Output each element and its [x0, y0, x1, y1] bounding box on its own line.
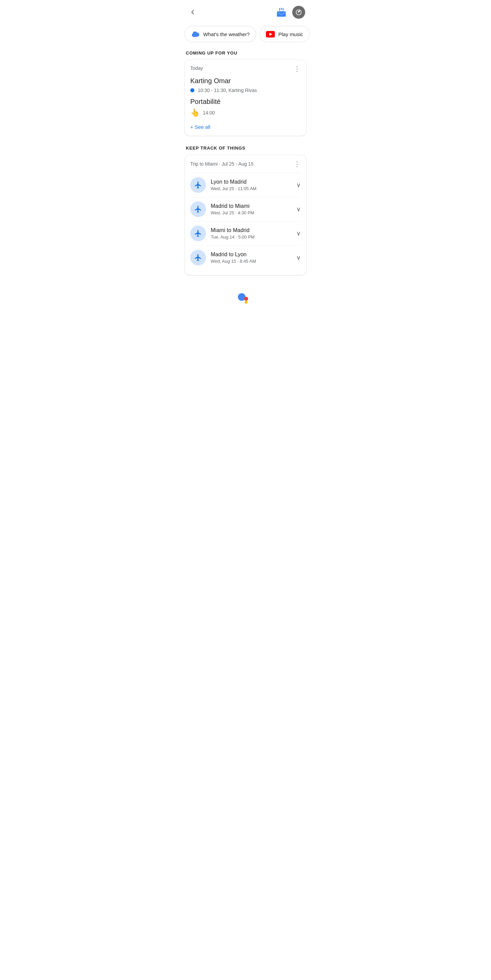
cloud-icon	[191, 30, 200, 38]
chip-music[interactable]: Play music	[260, 26, 309, 42]
flight-item-3[interactable]: Madrid to Lyon Wed, Aug 15 · 8:45 AM ∨	[190, 245, 301, 269]
chevron-down-icon-2[interactable]: ∨	[296, 230, 301, 237]
coming-up-more-button[interactable]: ⋮	[293, 65, 301, 72]
flight-date-1: Wed, Jul 25 · 4:30 PM	[211, 210, 292, 215]
card-date: Today	[190, 65, 203, 71]
google-assistant-dots[interactable]	[179, 282, 312, 309]
header	[179, 0, 312, 23]
chevron-down-icon-0[interactable]: ∨	[296, 181, 301, 189]
flight-date-0: Wed, Jul 25 · 11:05 AM	[211, 186, 292, 191]
see-all-button[interactable]: + See all	[190, 124, 210, 130]
flight-info-0: Lyon to Madrid Wed, Jul 25 · 11:05 AM	[211, 179, 292, 191]
flight-route-1: Madrid to Miami	[211, 203, 292, 209]
svg-point-7	[195, 32, 199, 35]
header-icons	[274, 5, 305, 19]
flight-info-3: Madrid to Lyon Wed, Aug 15 · 8:45 AM	[211, 251, 292, 264]
flight-item-0[interactable]: Lyon to Madrid Wed, Jul 25 · 11:05 AM ∨	[190, 173, 301, 197]
chip-weather-label: What's the weather?	[203, 31, 250, 37]
coming-up-section-title: COMING UP FOR YOU	[179, 48, 312, 60]
flight-info-1: Madrid to Miami Wed, Jul 25 · 4:30 PM	[211, 203, 292, 215]
event-time-portabilite: 14:00	[203, 110, 215, 116]
notification-icon[interactable]	[274, 5, 288, 19]
flight-item-2[interactable]: Miami to Madrid Tue, Aug 14 · 5:00 PM ∨	[190, 221, 301, 245]
back-button[interactable]	[186, 5, 199, 19]
event-detail-karting: 10:30 - 11:30, Karting Rivas	[190, 88, 301, 93]
flight-route-3: Madrid to Lyon	[211, 251, 292, 258]
flight-date-2: Tue, Aug 14 · 5:00 PM	[211, 234, 292, 240]
compass-icon[interactable]	[292, 6, 305, 19]
flight-info-2: Miami to Madrid Tue, Aug 14 · 5:00 PM	[211, 227, 292, 240]
suggestion-chips: What's the weather? Play music Set a	[179, 23, 312, 48]
trip-more-button[interactable]: ⋮	[293, 161, 301, 167]
chip-music-label: Play music	[278, 31, 303, 37]
flight-route-0: Lyon to Madrid	[211, 179, 292, 185]
svg-rect-0	[277, 11, 286, 17]
keep-track-section-title: KEEP TRACK OF THINGS	[179, 143, 312, 155]
trip-header: Trip to Miami · Jul 25 - Aug 15 ⋮	[190, 161, 301, 167]
flight-date-3: Wed, Aug 15 · 8:45 AM	[211, 259, 292, 264]
keep-track-card: Trip to Miami · Jul 25 - Aug 15 ⋮ Lyon t…	[185, 155, 306, 275]
event-title-karting: Karting Omar	[190, 77, 301, 85]
event-title-portabilite: Portabilité	[190, 98, 301, 106]
svg-point-12	[244, 301, 247, 304]
event-detail-portabilite: 👆 14:00	[190, 108, 301, 117]
chevron-down-icon-1[interactable]: ∨	[296, 205, 301, 213]
flight-route-2: Miami to Madrid	[211, 227, 292, 234]
chip-weather[interactable]: What's the weather?	[185, 26, 256, 42]
svg-point-11	[244, 297, 248, 301]
flight-icon-0	[190, 177, 206, 193]
chevron-down-icon-3[interactable]: ∨	[296, 254, 301, 261]
event-time-karting: 10:30 - 11:30, Karting Rivas	[198, 88, 257, 93]
flight-item-1[interactable]: Madrid to Miami Wed, Jul 25 · 4:30 PM ∨	[190, 197, 301, 221]
trip-title: Trip to Miami · Jul 25 - Aug 15	[190, 161, 253, 167]
calendar-dot-icon	[190, 88, 194, 92]
coming-up-card: Today ⋮ Karting Omar 10:30 - 11:30, Kart…	[185, 60, 306, 136]
touch-icon: 👆	[190, 108, 199, 117]
youtube-icon	[266, 30, 275, 38]
card-header: Today ⋮	[190, 65, 301, 72]
flight-icon-3	[190, 250, 206, 266]
flight-icon-1	[190, 201, 206, 217]
flight-icon-2	[190, 226, 206, 241]
